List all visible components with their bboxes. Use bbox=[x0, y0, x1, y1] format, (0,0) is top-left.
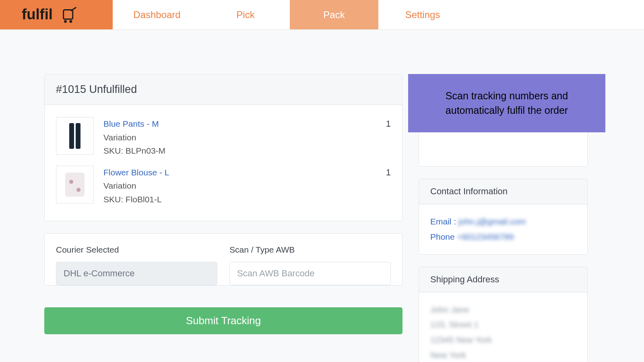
contact-title: Contact Information bbox=[419, 179, 587, 204]
brand-logo[interactable]: fulfil bbox=[0, 0, 113, 29]
nav-label: Pack bbox=[323, 9, 345, 21]
svg-line-2 bbox=[71, 7, 76, 10]
shipping-title: Shipping Address bbox=[419, 267, 587, 292]
pants-icon bbox=[69, 123, 80, 149]
ship-line: 12345 New York bbox=[430, 332, 576, 348]
awb-label: Scan / Type AWB bbox=[229, 245, 391, 255]
courier-label: Courier Selected bbox=[56, 245, 217, 255]
fulfilo-logo-icon: fulfil bbox=[22, 5, 91, 25]
top-nav: fulfil Dashboard Pick Pack Settings bbox=[0, 0, 644, 30]
svg-point-4 bbox=[69, 20, 72, 23]
item-qty: 1 bbox=[371, 166, 391, 178]
item-sku: SKU: FloBl01-L bbox=[103, 193, 361, 206]
item-thumbnail bbox=[56, 117, 94, 155]
item-name[interactable]: Flower Blouse - L bbox=[103, 166, 361, 179]
blouse-icon bbox=[65, 173, 85, 197]
contact-card: Contact Information Email : john.j@gmail… bbox=[419, 179, 588, 255]
nav-settings[interactable]: Settings bbox=[378, 0, 467, 29]
svg-text:fulfil: fulfil bbox=[22, 6, 53, 22]
item-variation: Variation bbox=[103, 131, 361, 144]
phone-label: Phone bbox=[430, 232, 455, 241]
email-value[interactable]: john.j@gmail.com bbox=[458, 217, 526, 226]
item-name[interactable]: Blue Pants - M bbox=[103, 117, 361, 131]
courier-select[interactable]: DHL e-Commerce bbox=[56, 262, 217, 285]
line-item: Blue Pants - M Variation SKU: BLPn03-M 1 bbox=[56, 113, 391, 162]
nav-label: Pick bbox=[236, 9, 254, 21]
phone-value[interactable]: +60123456789 bbox=[457, 232, 514, 241]
svg-point-3 bbox=[64, 20, 67, 23]
ship-line: New York bbox=[430, 348, 576, 362]
nav-pick[interactable]: Pick bbox=[201, 0, 290, 29]
line-item: Flower Blouse - L Variation SKU: FloBl01… bbox=[56, 162, 391, 210]
nav-pack[interactable]: Pack bbox=[290, 0, 378, 29]
page-body: #1015 Unfulfilled Blue Pants - M Variati… bbox=[0, 30, 644, 362]
shipping-card: Shipping Address John Jane 123, Street 1… bbox=[419, 267, 588, 362]
nav-label: Dashboard bbox=[133, 9, 180, 21]
svg-rect-1 bbox=[63, 10, 72, 19]
overlay-text: Scan tracking numbers and automatically … bbox=[446, 90, 568, 116]
order-card: #1015 Unfulfilled Blue Pants - M Variati… bbox=[44, 74, 402, 221]
ship-line: 123, Street 1 bbox=[430, 317, 576, 332]
item-sku: SKU: BLPn03-M bbox=[103, 144, 361, 158]
item-variation: Variation bbox=[103, 179, 361, 193]
ship-line: John Jane bbox=[430, 302, 576, 317]
submit-tracking-button[interactable]: Submit Tracking bbox=[44, 307, 402, 334]
awb-input[interactable] bbox=[229, 262, 391, 285]
order-title: #1015 Unfulfilled bbox=[45, 74, 402, 105]
item-thumbnail bbox=[56, 166, 94, 204]
email-label: Email : bbox=[430, 217, 456, 226]
feature-callout-overlay: Scan tracking numbers and automatically … bbox=[408, 74, 605, 132]
item-qty: 1 bbox=[371, 117, 391, 129]
nav-label: Settings bbox=[405, 9, 440, 21]
tracking-card: Courier Selected DHL e-Commerce Scan / T… bbox=[44, 233, 402, 286]
nav-dashboard[interactable]: Dashboard bbox=[113, 0, 201, 29]
